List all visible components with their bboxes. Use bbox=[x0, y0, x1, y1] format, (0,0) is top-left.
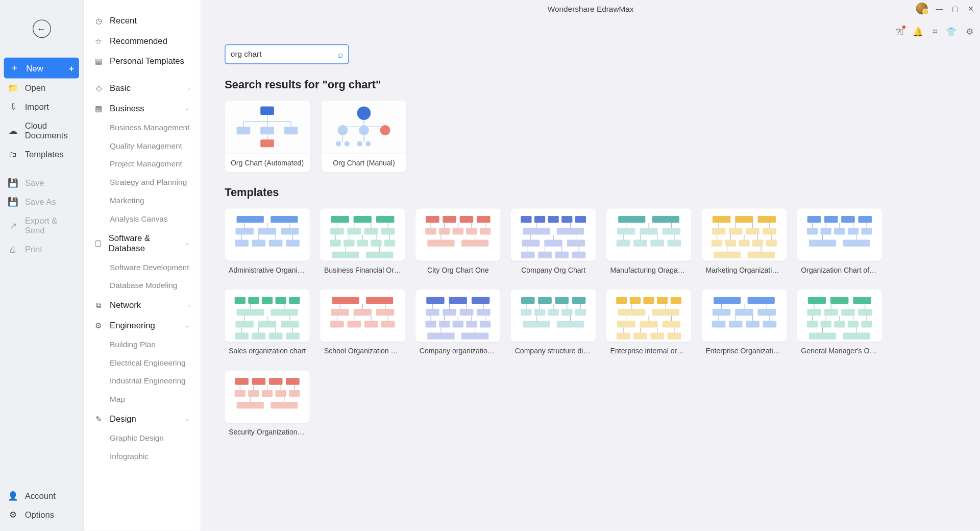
svg-rect-263 bbox=[633, 333, 647, 340]
subcat-software-development[interactable]: Software Development bbox=[84, 258, 201, 277]
category-icon: ⧉ bbox=[94, 300, 103, 309]
card-thumbnail bbox=[702, 208, 787, 260]
template-card[interactable]: City Org Chart One bbox=[415, 208, 500, 279]
nav-icon: ⚙ bbox=[8, 510, 18, 519]
plus-icon[interactable]: + bbox=[69, 63, 74, 73]
shirt-icon[interactable]: 👕 bbox=[946, 27, 956, 36]
card-label: Company structure diagram bbox=[511, 342, 596, 360]
subcat-marketing[interactable]: Marketing bbox=[84, 191, 201, 210]
card-label: General Manager's Office ... bbox=[797, 342, 882, 360]
subcat-quality-management[interactable]: Quality Management bbox=[84, 137, 201, 155]
subcat-database-modeling[interactable]: Database Modeling bbox=[84, 276, 201, 295]
category-icon: ⚙ bbox=[94, 321, 103, 330]
svg-rect-123 bbox=[758, 216, 776, 223]
result-card[interactable]: Org Chart (Manual) bbox=[322, 101, 406, 172]
svg-rect-229 bbox=[538, 297, 552, 304]
apps-icon[interactable]: ⌗ bbox=[933, 26, 937, 36]
subcat-strategy-and-planning[interactable]: Strategy and Planning bbox=[84, 173, 201, 191]
nav-icon: 💾 bbox=[8, 197, 18, 206]
template-card[interactable]: Business Financial Organiz... bbox=[320, 208, 405, 279]
template-card[interactable]: Enterprise internal organiz... bbox=[606, 289, 691, 360]
svg-rect-48 bbox=[381, 228, 395, 234]
subcat-project-management[interactable]: Project Management bbox=[84, 155, 201, 173]
svg-rect-216 bbox=[439, 321, 450, 327]
subcat-analysis-canvas[interactable]: Analysis Canvas bbox=[84, 210, 201, 228]
cat-recommended[interactable]: ☆Recommended bbox=[84, 31, 201, 51]
template-card[interactable]: General Manager's Office ... bbox=[797, 289, 882, 360]
cat-design[interactable]: ✎Design⌄ bbox=[84, 408, 201, 429]
back-button[interactable]: ← bbox=[32, 19, 51, 38]
cat-recent[interactable]: ◷Recent bbox=[84, 10, 201, 31]
subcat-map[interactable]: Map bbox=[84, 390, 201, 408]
nav-cloud-documents[interactable]: ☁Cloud Documents bbox=[0, 116, 83, 145]
template-card[interactable]: Marketing Organization C... bbox=[702, 208, 787, 279]
category-sidebar: ◷Recent☆Recommended▤Personal Templates ◇… bbox=[84, 0, 201, 530]
template-card[interactable]: Enterprise Organization Ch... bbox=[702, 289, 787, 360]
svg-rect-6 bbox=[237, 127, 251, 134]
search-icon[interactable]: ⌕ bbox=[338, 49, 343, 59]
svg-rect-269 bbox=[714, 297, 741, 304]
help-icon[interactable]: ?⃝ bbox=[896, 27, 903, 36]
svg-rect-85 bbox=[561, 216, 572, 223]
card-label: Enterprise Organization Ch... bbox=[702, 342, 787, 360]
subcat-graphic-design[interactable]: Graphic Design bbox=[84, 429, 201, 447]
nav-new[interactable]: ＋New+ bbox=[4, 58, 79, 79]
svg-rect-173 bbox=[235, 321, 253, 327]
svg-rect-187 bbox=[332, 297, 359, 304]
subcat-electrical-engineering[interactable]: Electrical Engineering bbox=[84, 353, 201, 372]
window-title: Wondershare EdrawMax bbox=[548, 5, 634, 14]
cat-business[interactable]: ▦Business⌄ bbox=[84, 98, 201, 118]
arrow-left-icon: ← bbox=[37, 23, 46, 34]
template-card[interactable]: School Organization chart bbox=[320, 289, 405, 360]
svg-rect-191 bbox=[354, 309, 372, 316]
card-thumbnail bbox=[797, 208, 882, 260]
card-label: Security Organization Chart bbox=[225, 423, 309, 441]
subcat-industrial-engineering[interactable]: Industrial Engineering bbox=[84, 372, 201, 390]
svg-rect-27 bbox=[258, 228, 276, 234]
svg-rect-304 bbox=[861, 321, 872, 327]
nav-options[interactable]: ⚙Options bbox=[0, 505, 83, 524]
svg-rect-248 bbox=[643, 297, 654, 304]
svg-rect-152 bbox=[821, 228, 831, 234]
nav-account[interactable]: 👤Account bbox=[0, 486, 83, 505]
svg-rect-101 bbox=[555, 252, 569, 258]
template-card[interactable]: Company structure diagram bbox=[511, 289, 596, 360]
minimize-button[interactable]: — bbox=[936, 5, 943, 12]
cat-engineering[interactable]: ⚙Engineering⌄ bbox=[84, 315, 201, 335]
cat-basic[interactable]: ◇Basic› bbox=[84, 78, 201, 98]
template-card[interactable]: Company organization chart bbox=[415, 289, 500, 360]
cat-network[interactable]: ⧉Network› bbox=[84, 295, 201, 315]
svg-rect-259 bbox=[663, 321, 680, 327]
template-card[interactable]: Company Org Chart bbox=[511, 208, 596, 279]
svg-rect-115 bbox=[633, 240, 647, 247]
template-card[interactable]: Administrative Organizati... bbox=[225, 208, 309, 279]
bell-icon[interactable]: 🔔 bbox=[913, 27, 923, 36]
svg-rect-230 bbox=[555, 297, 569, 304]
template-card[interactable]: Sales organization chart bbox=[225, 289, 309, 360]
svg-rect-31 bbox=[235, 240, 249, 247]
search-box[interactable]: ⌕ bbox=[225, 44, 349, 64]
template-card[interactable]: Security Organization Chart bbox=[225, 371, 309, 441]
nav-icon: ⇩ bbox=[8, 102, 18, 112]
subcat-building-plan[interactable]: Building Plan bbox=[84, 335, 201, 354]
subcat-business-management[interactable]: Business Management bbox=[84, 118, 201, 137]
cat-personal-templates[interactable]: ▤Personal Templates bbox=[84, 51, 201, 71]
maximize-button[interactable]: ▢ bbox=[951, 5, 959, 12]
search-input[interactable] bbox=[231, 50, 338, 59]
template-card[interactable]: Manufacturing Oraganizati... bbox=[606, 208, 691, 279]
nav-label: Import bbox=[25, 102, 76, 112]
svg-rect-121 bbox=[713, 216, 730, 223]
result-card[interactable]: Org Chart (Automated) bbox=[225, 101, 309, 172]
nav-import[interactable]: ⇩Import bbox=[0, 98, 83, 116]
subcat-infographic[interactable]: Infographic bbox=[84, 447, 201, 466]
svg-point-14 bbox=[337, 125, 348, 135]
svg-rect-158 bbox=[861, 228, 872, 234]
template-card[interactable]: Organization Chart of Sale... bbox=[797, 208, 882, 279]
settings-icon[interactable]: ⚙ bbox=[966, 27, 973, 36]
user-avatar[interactable] bbox=[916, 3, 928, 14]
nav-open[interactable]: 📁Open bbox=[0, 79, 83, 98]
cat-software-database[interactable]: ▢Software & Database⌄ bbox=[84, 228, 201, 258]
svg-rect-204 bbox=[449, 297, 467, 304]
close-button[interactable]: ✕ bbox=[967, 5, 974, 12]
nav-templates[interactable]: 🗂Templates bbox=[0, 145, 83, 164]
